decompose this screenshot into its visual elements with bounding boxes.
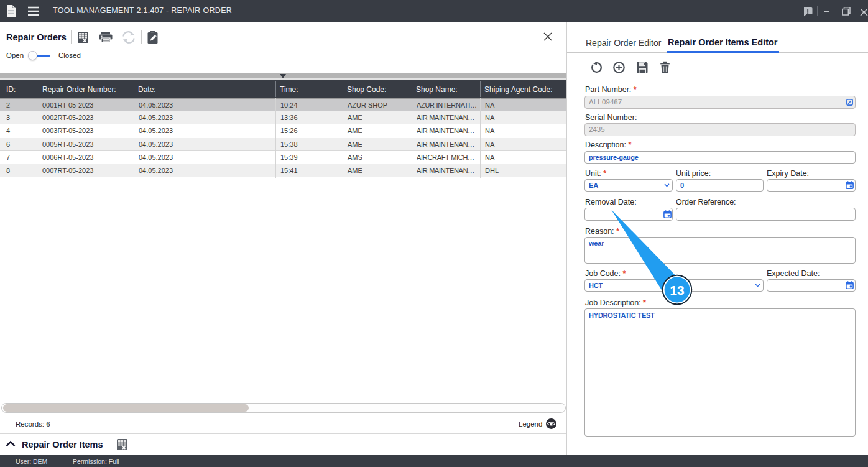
svg-text:13: 13 bbox=[670, 283, 684, 297]
